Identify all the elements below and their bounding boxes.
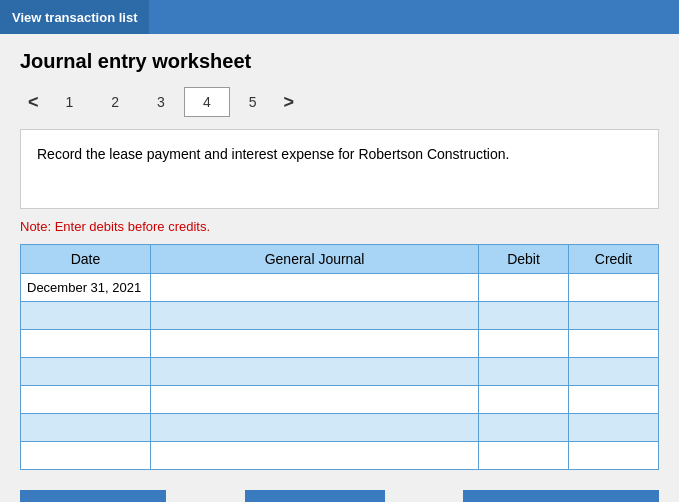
journal-cell [151, 302, 479, 330]
instruction-box: Record the lease payment and interest ex… [20, 129, 659, 209]
buttons-row: Record entry Clear entry View general jo… [20, 490, 659, 502]
date-input[interactable] [21, 358, 150, 385]
page-title: Journal entry worksheet [20, 50, 659, 73]
journal-input[interactable] [151, 358, 478, 385]
tab-4[interactable]: 4 [184, 87, 230, 117]
journal-cell [151, 358, 479, 386]
header-date: Date [21, 245, 151, 274]
tabs-container: < 1 2 3 4 5 > [20, 87, 659, 117]
journal-input[interactable] [151, 414, 478, 441]
date-cell [21, 302, 151, 330]
journal-cell [151, 414, 479, 442]
credit-input[interactable] [569, 442, 658, 469]
record-entry-button[interactable]: Record entry [20, 490, 166, 502]
tab-3[interactable]: 3 [138, 87, 184, 117]
table-row [21, 330, 659, 358]
debit-cell [479, 274, 569, 302]
header-journal: General Journal [151, 245, 479, 274]
table-row [21, 358, 659, 386]
journal-cell [151, 386, 479, 414]
debit-input[interactable] [479, 442, 568, 469]
debit-input[interactable] [479, 274, 568, 301]
view-general-journal-button[interactable]: View general journal [463, 490, 659, 502]
view-transaction-button[interactable]: View transaction list [0, 0, 149, 34]
journal-input[interactable] [151, 442, 478, 469]
journal-input[interactable] [151, 330, 478, 357]
date-cell [21, 414, 151, 442]
debit-cell [479, 442, 569, 470]
credit-cell [569, 358, 659, 386]
journal-cell [151, 442, 479, 470]
journal-cell [151, 330, 479, 358]
date-input[interactable] [21, 442, 150, 469]
date-input[interactable] [21, 330, 150, 357]
tab-5[interactable]: 5 [230, 87, 276, 117]
credit-input[interactable] [569, 330, 658, 357]
note-text: Note: Enter debits before credits. [20, 219, 659, 234]
credit-cell [569, 274, 659, 302]
debit-cell [479, 358, 569, 386]
debit-cell [479, 330, 569, 358]
credit-input[interactable] [569, 274, 658, 301]
debit-cell [479, 386, 569, 414]
top-bar: View transaction list [0, 0, 679, 34]
table-row [21, 302, 659, 330]
table-row: December 31, 2021 [21, 274, 659, 302]
table-row [21, 414, 659, 442]
credit-input[interactable] [569, 302, 658, 329]
journal-table: Date General Journal Debit Credit Decemb… [20, 244, 659, 470]
credit-input[interactable] [569, 386, 658, 413]
journal-input[interactable] [151, 302, 478, 329]
tab-1[interactable]: 1 [47, 87, 93, 117]
date-input[interactable] [21, 302, 150, 329]
credit-cell [569, 302, 659, 330]
credit-cell [569, 442, 659, 470]
credit-cell [569, 414, 659, 442]
table-header-row: Date General Journal Debit Credit [21, 245, 659, 274]
date-input[interactable] [21, 414, 150, 441]
debit-input[interactable] [479, 358, 568, 385]
date-cell [21, 358, 151, 386]
debit-cell [479, 302, 569, 330]
main-content: Journal entry worksheet < 1 2 3 4 5 > Re… [0, 34, 679, 502]
journal-cell [151, 274, 479, 302]
tab-2[interactable]: 2 [92, 87, 138, 117]
date-cell [21, 330, 151, 358]
table-row [21, 442, 659, 470]
journal-input[interactable] [151, 386, 478, 413]
prev-tab-arrow[interactable]: < [20, 88, 47, 117]
credit-cell [569, 330, 659, 358]
next-tab-arrow[interactable]: > [276, 88, 303, 117]
clear-entry-button[interactable]: Clear entry [245, 490, 385, 502]
credit-cell [569, 386, 659, 414]
instruction-text: Record the lease payment and interest ex… [37, 146, 509, 162]
date-input[interactable] [21, 386, 150, 413]
debit-input[interactable] [479, 302, 568, 329]
header-debit: Debit [479, 245, 569, 274]
table-row [21, 386, 659, 414]
credit-input[interactable] [569, 358, 658, 385]
credit-input[interactable] [569, 414, 658, 441]
date-cell [21, 386, 151, 414]
debit-input[interactable] [479, 414, 568, 441]
debit-input[interactable] [479, 386, 568, 413]
debit-cell [479, 414, 569, 442]
debit-input[interactable] [479, 330, 568, 357]
header-credit: Credit [569, 245, 659, 274]
date-cell: December 31, 2021 [21, 274, 151, 302]
date-cell [21, 442, 151, 470]
journal-input[interactable] [151, 274, 478, 301]
